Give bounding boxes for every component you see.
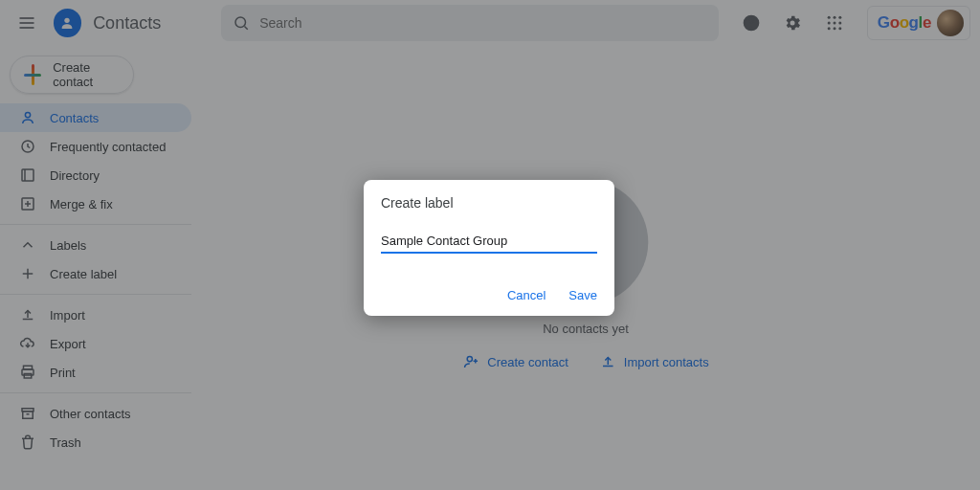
label-name-input[interactable] <box>381 234 597 254</box>
cancel-button[interactable]: Cancel <box>507 288 546 302</box>
create-label-dialog: Create label Cancel Save <box>364 180 614 316</box>
dialog-title: Create label <box>381 195 597 211</box>
save-button[interactable]: Save <box>568 288 597 302</box>
